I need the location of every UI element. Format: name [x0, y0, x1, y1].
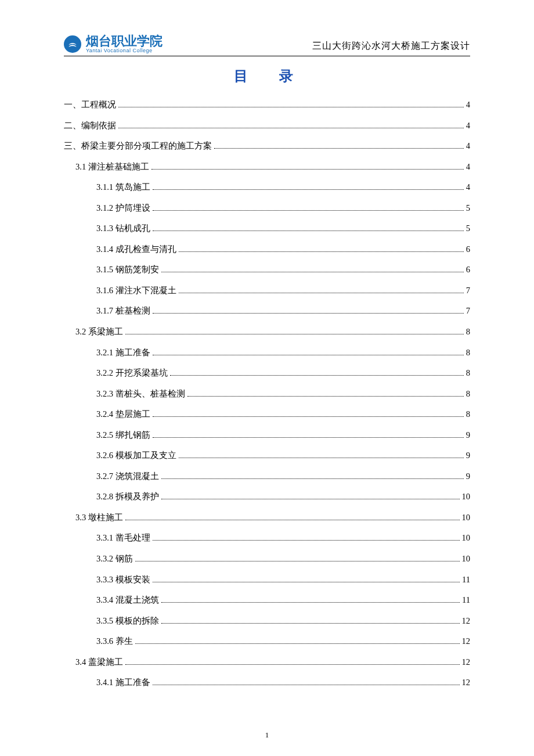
toc-entry[interactable]: 3.3 墩柱施工10 — [64, 510, 470, 526]
toc-leader-dots — [187, 388, 464, 397]
toc-entry[interactable]: 3.2.6 模板加工及支立9 — [64, 448, 470, 464]
toc-entry[interactable]: 3.2.1 施工准备8 — [64, 345, 470, 361]
toc-leader-dots — [161, 491, 460, 499]
toc-entry[interactable]: 3.3.5 模板的拆除12 — [64, 613, 470, 629]
toc-entry-label: 3.1.1 筑岛施工 — [96, 179, 150, 196]
toc-entry-page: 7 — [466, 303, 470, 319]
toc-entry-label: 二、编制依据 — [64, 118, 116, 134]
toc-leader-dots — [153, 430, 464, 438]
toc-entry-page: 9 — [466, 448, 470, 464]
toc-entry[interactable]: 3.3.2 钢筋10 — [64, 551, 470, 567]
toc-entry[interactable]: 3.1.2 护筒埋设5 — [64, 200, 470, 217]
toc-entry[interactable]: 3.2.7 浇筑混凝土9 — [64, 469, 470, 485]
toc-entry[interactable]: 3.2.3 凿桩头、桩基检测8 — [64, 386, 470, 402]
toc-entry[interactable]: 三、桥梁主要分部分项工程的施工方案4 — [64, 138, 470, 154]
toc-entry[interactable]: 3.1.4 成孔检查与清孔6 — [64, 242, 470, 258]
toc-entry[interactable]: 3.2 系梁施工8 — [64, 324, 470, 340]
toc-leader-dots — [125, 657, 460, 665]
toc-entry[interactable]: 3.3.6 养生12 — [64, 633, 470, 650]
toc-entry-label: 3.1.6 灌注水下混凝土 — [96, 283, 176, 299]
toc-entry-label: 3.4.1 施工准备 — [96, 675, 150, 691]
toc-entry-page: 5 — [466, 221, 470, 237]
toc-entry[interactable]: 3.3.4 混凝土浇筑11 — [64, 592, 470, 609]
toc-entry-page: 7 — [466, 283, 470, 299]
toc-leader-dots — [153, 203, 464, 211]
document-page: 烟台职业学院 Yantai Vocational College 三山大街跨沁水… — [0, 0, 534, 756]
toc-entry-page: 8 — [466, 345, 470, 361]
toc-leader-dots — [118, 120, 464, 128]
toc-leader-dots — [170, 368, 464, 376]
toc-leader-dots — [161, 615, 460, 624]
toc-entry[interactable]: 一、工程概况4 — [64, 97, 470, 113]
toc-entry-label: 3.1.5 钢筋笼制安 — [96, 262, 159, 278]
toc-entry-page: 12 — [462, 613, 471, 629]
toc-leader-dots — [179, 244, 464, 252]
toc-leader-dots — [125, 326, 464, 334]
toc-leader-dots — [153, 677, 460, 685]
toc-entry[interactable]: 3.1.6 灌注水下混凝土7 — [64, 283, 470, 299]
toc-leader-dots — [153, 305, 464, 314]
toc-entry-page: 4 — [466, 118, 470, 134]
table-of-contents: 一、工程概况4二、编制依据4三、桥梁主要分部分项工程的施工方案43.1 灌注桩基… — [64, 97, 470, 691]
toc-entry-page: 4 — [466, 97, 470, 113]
toc-entry-label: 3.3 墩柱施工 — [75, 510, 123, 526]
toc-entry[interactable]: 3.2.5 绑扎钢筋9 — [64, 427, 470, 444]
toc-leader-dots — [153, 409, 464, 417]
toc-entry-label: 3.3.5 模板的拆除 — [96, 613, 159, 629]
toc-entry-page: 8 — [466, 386, 470, 402]
toc-entry-page: 4 — [466, 159, 470, 175]
toc-entry[interactable]: 3.3.3 模板安装11 — [64, 572, 470, 588]
toc-entry[interactable]: 3.2.2 开挖系梁基坑8 — [64, 365, 470, 381]
toc-entry-label: 3.3.4 混凝土浇筑 — [96, 592, 159, 609]
toc-entry-label: 3.3.2 钢筋 — [96, 551, 133, 567]
toc-entry[interactable]: 3.1.7 桩基检测7 — [64, 303, 470, 319]
toc-entry-label: 3.3.6 养生 — [96, 633, 133, 650]
toc-entry-label: 3.4 盖梁施工 — [75, 654, 123, 671]
toc-leader-dots — [161, 595, 460, 603]
toc-entry-label: 3.2.8 拆模及养护 — [96, 489, 159, 505]
toc-entry-page: 10 — [462, 489, 471, 505]
toc-entry-label: 3.1.3 钻机成孔 — [96, 221, 150, 237]
toc-entry-page: 12 — [462, 675, 471, 691]
institution-logo-block: 烟台职业学院 Yantai Vocational College — [64, 35, 163, 53]
toc-leader-dots — [125, 512, 460, 520]
toc-entry[interactable]: 二、编制依据4 — [64, 118, 470, 134]
toc-leader-dots — [151, 161, 464, 170]
toc-entry-label: 3.1.7 桩基检测 — [96, 303, 150, 319]
toc-entry-label: 3.2.3 凿桩头、桩基检测 — [96, 386, 185, 402]
institution-name-en: Yantai Vocational College — [86, 48, 163, 53]
toc-leader-dots — [153, 223, 464, 231]
toc-entry-label: 3.1.4 成孔检查与清孔 — [96, 242, 176, 258]
toc-entry-page: 12 — [462, 633, 471, 650]
toc-entry-page: 9 — [466, 469, 470, 485]
toc-entry-label: 3.2.7 浇筑混凝土 — [96, 469, 159, 485]
toc-entry[interactable]: 3.3.1 凿毛处理10 — [64, 530, 470, 546]
toc-heading: 目 录 — [71, 67, 470, 85]
toc-entry[interactable]: 3.1.3 钻机成孔5 — [64, 221, 470, 237]
toc-entry-page: 8 — [466, 324, 470, 340]
toc-entry[interactable]: 3.1 灌注桩基础施工4 — [64, 159, 470, 175]
toc-entry[interactable]: 3.2.8 拆模及养护10 — [64, 489, 470, 505]
toc-entry-page: 10 — [462, 510, 471, 526]
toc-entry[interactable]: 3.4 盖梁施工12 — [64, 654, 470, 671]
toc-entry-label: 3.2.2 开挖系梁基坑 — [96, 365, 168, 381]
toc-entry-page: 6 — [466, 242, 470, 258]
toc-leader-dots — [179, 450, 464, 458]
toc-entry-page: 11 — [462, 592, 470, 609]
page-number: 1 — [0, 730, 534, 740]
toc-entry[interactable]: 3.2.4 垫层施工8 — [64, 406, 470, 423]
toc-entry-page: 8 — [466, 365, 470, 381]
toc-leader-dots — [135, 636, 460, 644]
toc-entry-page: 11 — [462, 572, 470, 588]
toc-leader-dots — [135, 553, 460, 561]
toc-entry-label: 3.3.1 凿毛处理 — [96, 530, 150, 546]
toc-entry[interactable]: 3.1.1 筑岛施工4 — [64, 179, 470, 196]
toc-entry-label: 3.2.1 施工准备 — [96, 345, 150, 361]
toc-entry-page: 9 — [466, 427, 470, 444]
toc-entry-page: 12 — [462, 654, 471, 671]
toc-entry-page: 5 — [466, 200, 470, 217]
toc-entry[interactable]: 3.4.1 施工准备12 — [64, 675, 470, 691]
toc-entry[interactable]: 3.1.5 钢筋笼制安6 — [64, 262, 470, 278]
toc-leader-dots — [153, 182, 464, 190]
toc-entry-page: 10 — [462, 530, 471, 546]
